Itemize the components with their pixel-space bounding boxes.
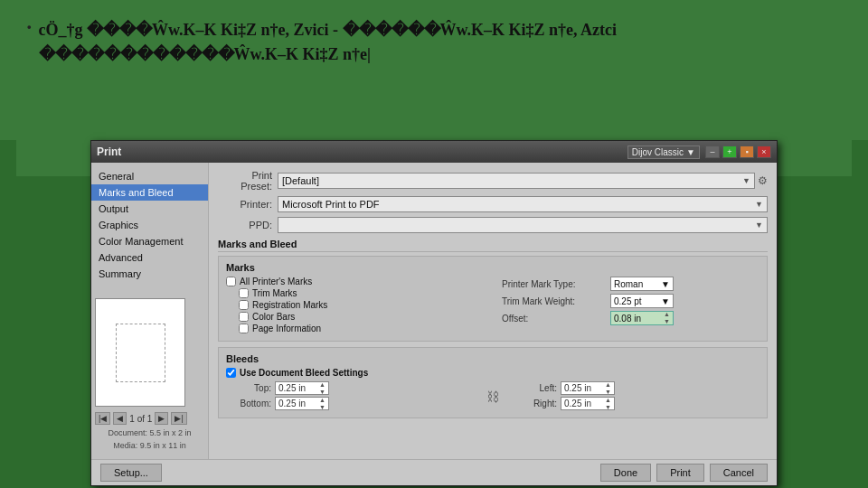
printer-mark-type-dropdown[interactable]: Roman ▼ bbox=[610, 277, 674, 291]
ppd-row: PPD: ▼ bbox=[218, 217, 768, 233]
offset-spinners: ▲ ▼ bbox=[664, 311, 670, 325]
bottom-spinners: ▲ ▼ bbox=[319, 397, 326, 411]
sidebar-item-output[interactable]: Output bbox=[91, 201, 208, 217]
media-info: Media: 9.5 in x 11 in bbox=[95, 441, 204, 450]
prev-page-button[interactable]: ◀ bbox=[113, 412, 127, 425]
sidebar-item-graphics[interactable]: Graphics bbox=[91, 217, 208, 233]
bleeds-grid: Top: 0.25 in ▲ ▼ Bottom: bbox=[226, 381, 760, 412]
bullet: • bbox=[27, 20, 32, 33]
page-info-checkbox[interactable] bbox=[239, 324, 249, 333]
window-controls: – + ▪ × bbox=[705, 145, 771, 158]
right-spinners: ▲ ▼ bbox=[605, 397, 611, 411]
printer-dropdown[interactable]: Microsoft Print to PDF ▼ bbox=[278, 196, 768, 212]
registration-marks-row: Registration Marks bbox=[226, 300, 484, 310]
dialog-overlay: Print Dijov Classic ▼ – + ▪ × General Ma… bbox=[0, 140, 868, 488]
trim-marks-row: Trim Marks bbox=[226, 288, 484, 298]
all-printers-marks-label: All Printer's Marks bbox=[240, 277, 312, 286]
offset-down-button[interactable]: ▼ bbox=[664, 318, 670, 325]
dialog-body: General Marks and Bleed Output Graphics … bbox=[91, 163, 777, 459]
offset-row: Offset: 0.08 in ▲ ▼ bbox=[502, 311, 760, 325]
right-down-button[interactable]: ▼ bbox=[605, 404, 611, 411]
slide-line2: ������������Ŵw.K–K Ki‡Z n†e| bbox=[39, 45, 371, 63]
left-down-button[interactable]: ▼ bbox=[605, 389, 611, 396]
done-button[interactable]: Done bbox=[600, 464, 651, 482]
color-bars-checkbox[interactable] bbox=[239, 312, 249, 322]
chevron-down-icon: ▼ bbox=[661, 296, 670, 306]
sidebar-item-marks-and-bleed[interactable]: Marks and Bleed bbox=[91, 184, 208, 201]
document-info: Document: 5.5 in x 2 in bbox=[95, 428, 204, 437]
trim-mark-weight-label: Trim Mark Weight: bbox=[502, 296, 610, 306]
marks-title: Marks bbox=[226, 262, 760, 273]
sidebar-item-color-management[interactable]: Color Management bbox=[91, 233, 208, 249]
offset-label: Offset: bbox=[502, 314, 610, 324]
chevron-down-icon: ▼ bbox=[755, 221, 763, 230]
print-button[interactable]: Print bbox=[656, 464, 704, 482]
page-indicator: 1 of 1 bbox=[129, 414, 152, 424]
sidebar-item-summary[interactable]: Summary bbox=[91, 266, 208, 282]
marks-right-fields: Printer Mark Type: Roman ▼ Trim Mark Wei… bbox=[502, 277, 760, 335]
all-printers-marks-row: All Printer's Marks bbox=[226, 277, 484, 286]
main-content: Print Preset: [Default] ▼ ⚙ Printer: Mic… bbox=[209, 163, 777, 459]
printer-mark-type-label: Printer Mark Type: bbox=[502, 279, 610, 289]
chevron-down-icon: ▼ bbox=[661, 279, 670, 289]
first-page-button[interactable]: |◀ bbox=[95, 412, 110, 425]
print-preset-label: Print Preset: bbox=[218, 170, 272, 192]
left-strip bbox=[0, 140, 16, 488]
left-spinners: ▲ ▼ bbox=[605, 381, 611, 396]
sidebar-item-advanced[interactable]: Advanced bbox=[91, 249, 208, 266]
print-preset-row: Print Preset: [Default] ▼ ⚙ bbox=[218, 170, 768, 192]
page-info-label: Page Information bbox=[252, 324, 321, 333]
maximize-button[interactable]: + bbox=[722, 145, 737, 158]
bottom-bar: Setup... Done Print Cancel bbox=[91, 459, 777, 485]
registration-marks-checkbox[interactable] bbox=[239, 300, 249, 310]
print-preset-dropdown[interactable]: [Default] ▼ bbox=[278, 173, 755, 189]
ppd-label: PPD: bbox=[218, 220, 272, 230]
marks-bleed-section-title: Marks and Bleed bbox=[218, 239, 768, 252]
page-preview bbox=[95, 298, 185, 407]
bleed-top-input[interactable]: 0.25 in ▲ ▼ bbox=[275, 381, 329, 395]
all-printers-marks-checkbox[interactable] bbox=[226, 277, 236, 286]
style-dropdown[interactable]: Dijov Classic ▼ bbox=[627, 145, 700, 159]
trim-mark-weight-dropdown[interactable]: 0.25 pt ▼ bbox=[610, 294, 674, 308]
sidebar-item-general[interactable]: General bbox=[91, 168, 208, 184]
use-doc-bleed-row: Use Document Bleed Settings bbox=[226, 368, 760, 378]
chain-link-icon[interactable]: ⛓ bbox=[486, 389, 499, 404]
top-down-button[interactable]: ▼ bbox=[319, 389, 326, 396]
offset-input[interactable]: 0.08 in ▲ ▼ bbox=[610, 311, 674, 325]
trim-mark-weight-row: Trim Mark Weight: 0.25 pt ▼ bbox=[502, 294, 760, 308]
bleed-right-input[interactable]: 0.25 in ▲ ▼ bbox=[561, 397, 615, 410]
bottom-up-button[interactable]: ▲ bbox=[319, 397, 326, 404]
left-up-button[interactable]: ▲ bbox=[605, 381, 611, 389]
printer-row: Printer: Microsoft Print to PDF ▼ bbox=[218, 196, 768, 212]
trim-marks-checkbox[interactable] bbox=[239, 288, 249, 298]
bleed-right-row: Right: 0.25 in ▲ ▼ bbox=[512, 397, 760, 410]
next-page-button[interactable]: ▶ bbox=[155, 412, 168, 425]
use-doc-bleed-checkbox[interactable] bbox=[226, 368, 236, 378]
offset-up-button[interactable]: ▲ bbox=[664, 311, 670, 318]
bleed-left-row: Left: 0.25 in ▲ ▼ bbox=[512, 381, 760, 395]
setup-button[interactable]: Setup... bbox=[100, 464, 162, 482]
title-bar-right: Dijov Classic ▼ – + ▪ × bbox=[627, 145, 771, 159]
bleed-bottom-input[interactable]: 0.25 in ▲ ▼ bbox=[275, 397, 329, 410]
marks-section: Marks All Printer's Marks Trim Marks bbox=[218, 256, 768, 342]
bleed-top-label: Top: bbox=[226, 383, 271, 393]
marks-grid: All Printer's Marks Trim Marks Registrat… bbox=[226, 277, 760, 335]
sidebar: General Marks and Bleed Output Graphics … bbox=[91, 163, 209, 459]
cancel-button[interactable]: Cancel bbox=[710, 464, 768, 482]
chevron-down-icon: ▼ bbox=[742, 176, 750, 185]
bleeds-title: Bleeds bbox=[226, 353, 760, 364]
bleed-left-input[interactable]: 0.25 in ▲ ▼ bbox=[561, 381, 615, 395]
print-dialog: Print Dijov Classic ▼ – + ▪ × General Ma… bbox=[90, 140, 778, 486]
bottom-down-button[interactable]: ▼ bbox=[319, 404, 326, 411]
last-page-button[interactable]: ▶| bbox=[171, 412, 186, 425]
restore-button[interactable]: ▪ bbox=[740, 145, 754, 158]
minimize-button[interactable]: – bbox=[705, 145, 720, 158]
bleeds-section: Bleeds Use Document Bleed Settings Top: … bbox=[218, 347, 768, 418]
close-button[interactable]: × bbox=[757, 145, 771, 158]
right-up-button[interactable]: ▲ bbox=[605, 397, 611, 404]
ppd-dropdown[interactable]: ▼ bbox=[278, 217, 768, 233]
preview-section: |◀ ◀ 1 of 1 ▶ ▶| Document: 5.5 in x 2 in… bbox=[91, 291, 208, 454]
slide-line1: cÖ_†g ����Ŵw.K–K Ki‡Z n†e, Zvici - �����… bbox=[39, 21, 618, 39]
settings-icon[interactable]: ⚙ bbox=[758, 174, 768, 187]
top-up-button[interactable]: ▲ bbox=[319, 381, 326, 389]
